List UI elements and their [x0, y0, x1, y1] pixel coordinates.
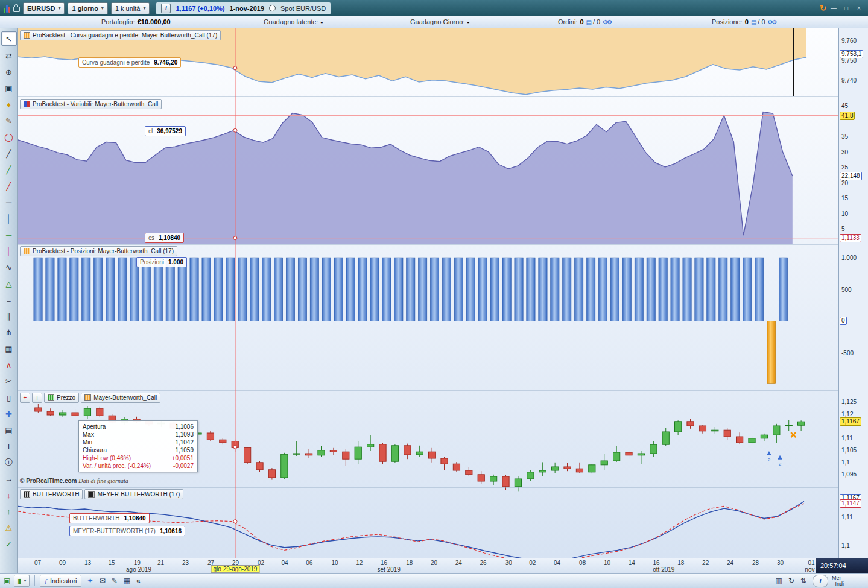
tab-butterworth[interactable]: BUTTERWORTH	[20, 489, 83, 499]
fibonacci-tool[interactable]: ≡	[2, 293, 16, 306]
low-value: 1,1042	[175, 438, 194, 446]
maximize-button[interactable]: □	[841, 4, 852, 13]
tab-system[interactable]: Mayer-Butterworth_Call	[81, 393, 160, 403]
channel-tool[interactable]: ∥	[2, 309, 16, 323]
grid-tool[interactable]: ▦	[2, 342, 16, 355]
info-icon[interactable]: i	[161, 4, 171, 13]
keyboard-icon[interactable]: ▦	[124, 577, 130, 585]
units-dropdown[interactable]: 1 k unità ▾	[111, 2, 150, 14]
indicators-button[interactable]: ƒ Indicatori	[40, 575, 81, 587]
title-bar: EURUSD ▾ 1 giorno ▾ 1 k unità ▾ i 1,1167…	[0, 0, 868, 16]
last-quote: 1,1167 (+0,10%)	[176, 5, 224, 12]
warning-tool[interactable]: ⚠	[2, 521, 16, 534]
x-axis-tick: 22	[702, 560, 709, 566]
trendline-tool[interactable]: ╱	[2, 147, 16, 160]
horizontal-ray-tool[interactable]: ─	[2, 228, 16, 241]
x-axis-month-label: set 2019	[378, 566, 401, 573]
indicators-label: Indicatori	[50, 577, 77, 584]
orders-pending: / 0	[593, 18, 600, 25]
measure-tool[interactable]: ✎	[2, 114, 16, 127]
price-axis[interactable]: 9.7609.7509.7409.753,145353025201510541,…	[838, 28, 868, 558]
check-tool[interactable]: ✓	[2, 537, 16, 551]
butterworth-chip-value: 1,10840	[124, 515, 145, 522]
x-axis-tick: 06	[306, 560, 312, 566]
orders-list-icon[interactable]: ▤	[586, 19, 591, 25]
arrow-down-tool[interactable]: ↓	[2, 488, 16, 502]
cursor-tool[interactable]: ↖	[1, 31, 17, 46]
panel-title-equity[interactable]: ProBacktest - Curva guadagni e perdite: …	[20, 30, 221, 40]
info-tool[interactable]: ⓘ	[2, 456, 16, 469]
alerts-bell-tool[interactable]: ♦	[2, 98, 16, 111]
y-axis-tick: 1,095	[841, 471, 857, 478]
curve-tool[interactable]: ∿	[2, 261, 16, 274]
y-axis-tick: 9.740	[841, 77, 857, 84]
move-tool[interactable]: ✚	[2, 407, 16, 420]
range-value: +0,0051	[172, 454, 194, 462]
events-preview[interactable]: Mer - Indi	[832, 575, 863, 587]
minimize-button[interactable]: —	[828, 4, 839, 13]
zoom-area-tool[interactable]: ▣	[2, 81, 16, 95]
position-list-icon[interactable]: ▤	[751, 19, 755, 25]
panel-title-variables[interactable]: ProBacktest - Variabili: Mayer-Butterwor…	[20, 99, 162, 109]
latent-gain-value: -	[321, 18, 323, 25]
scissors-tool[interactable]: ✂	[2, 375, 16, 388]
tab-meyer-butterworth[interactable]: MEYER-BUTTERWORTH (17)	[84, 489, 183, 499]
meyer-butterworth-value-chip: MEYER-BUTTERWORTH (17) 1,10616	[69, 526, 185, 536]
position-label: Posizione:	[712, 18, 743, 25]
lock-icon[interactable]	[13, 7, 20, 12]
drawing-toolbar: ↖⇄⊕▣♦✎◯╱╱╱─│─│∿△≡∥⋔▦∧✂▯✚▤Tⓘ→↓↑⚠✓	[0, 28, 18, 573]
refresh-icon[interactable]: ↻	[788, 577, 794, 585]
help-info-button[interactable]: i	[813, 575, 828, 587]
expand-panel-button[interactable]: ↑	[32, 393, 42, 403]
x-axis-tick: 09	[59, 560, 66, 566]
divider	[34, 575, 35, 586]
share-icon[interactable]: ✦	[87, 577, 93, 585]
arrow-right-tool[interactable]: →	[2, 472, 16, 485]
trendline-down-tool[interactable]: ╱	[2, 179, 16, 192]
close-button[interactable]: ×	[854, 4, 864, 13]
spot-radio[interactable]	[269, 5, 276, 11]
connection-status-icon[interactable]: ↻	[820, 4, 826, 13]
y-axis-tick: 1.000	[841, 254, 857, 261]
triangle-tool[interactable]: △	[2, 277, 16, 290]
horizontal-line-tool[interactable]: ─	[2, 195, 16, 209]
fx-icon: ƒ	[44, 577, 48, 584]
panel-title-positions[interactable]: ProBacktest - Posizioni: Mayer-Butterwor…	[20, 246, 177, 256]
arrow-up-tool[interactable]: ↑	[2, 505, 16, 518]
orders-settings-icon[interactable]: ⚙⚙	[603, 19, 611, 25]
vertical-ray-tool[interactable]: │	[2, 244, 16, 258]
date-axis[interactable]: 0709131519212327290204061012161820242630…	[18, 558, 838, 573]
tab-prezzo[interactable]: Prezzo	[44, 393, 79, 403]
latent-gain-summary: Guadagno latente: -	[264, 18, 323, 25]
vertical-line-tool[interactable]: │	[2, 212, 16, 225]
timeframe-dropdown[interactable]: 1 giorno ▾	[68, 2, 107, 14]
portfolio-summary: Portafoglio: €10.000,00	[101, 18, 171, 25]
copyright-note: © ProRealTime.com Dati di fine giornata	[20, 478, 128, 484]
copy-tool[interactable]: ▤	[2, 423, 16, 437]
zigzag-tool[interactable]: ∧	[2, 358, 16, 371]
y-axis-tick: 1,12	[841, 411, 853, 417]
compose-icon[interactable]: ✎	[112, 577, 118, 585]
collapse-icon[interactable]: «	[136, 577, 141, 585]
text-tool[interactable]: T	[2, 440, 16, 453]
add-indicator-button[interactable]: +	[20, 393, 30, 403]
chat-icon[interactable]: ✉	[100, 577, 106, 585]
chart-style-dropdown[interactable]: ▮ ▾	[14, 575, 30, 587]
zoom-in-tool[interactable]: ⊕	[2, 65, 16, 78]
x-axis-tick: 08	[579, 560, 586, 566]
pitchfork-tool[interactable]: ⋔	[2, 326, 16, 339]
symbol-dropdown[interactable]: EURUSD ▾	[23, 2, 65, 14]
new-chart-icon[interactable]: ▣	[4, 577, 10, 585]
mini-chart-icon[interactable]: ▥	[776, 577, 782, 585]
positions-value-chip: Posizioni 1.000	[136, 257, 187, 267]
portfolio-bar: Portafoglio: €10.000,00 Guadagno latente…	[0, 16, 868, 28]
trendline-up-tool[interactable]: ╱	[2, 163, 16, 176]
portfolio-value: €10.000,00	[138, 18, 171, 25]
swap-icon[interactable]: ⇅	[800, 577, 806, 585]
pan-tool[interactable]: ⇄	[2, 49, 16, 62]
x-axis-tick: 30	[777, 560, 784, 566]
record-circle-tool[interactable]: ◯	[2, 130, 16, 144]
trash-tool[interactable]: ▯	[2, 391, 16, 404]
quote-date: 1-nov-2019	[230, 5, 264, 12]
position-settings-icon[interactable]: ⚙⚙	[768, 19, 776, 25]
